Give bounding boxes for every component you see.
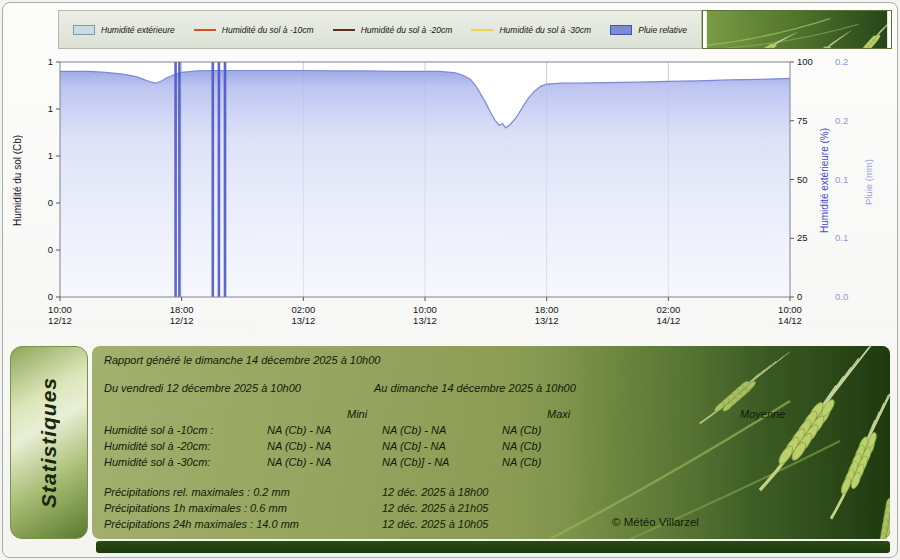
wheat-photo-stats — [490, 346, 890, 539]
svg-text:12/12: 12/12 — [48, 315, 72, 326]
svg-text:50: 50 — [797, 174, 808, 185]
soil-20cm-label: Humidité sol à -20cm: — [104, 440, 210, 452]
svg-text:25: 25 — [797, 232, 808, 243]
svg-text:10:00: 10:00 — [413, 304, 437, 315]
precip-24h-max-label: Précipitations 24h maximales : 14.0 mm — [104, 518, 299, 530]
svg-text:0: 0 — [48, 197, 53, 208]
left-axis-title: Humidité du sol (Cb) — [10, 105, 24, 255]
svg-text:0: 0 — [48, 244, 53, 255]
legend-label: Humidité extérieure — [101, 25, 175, 35]
col-header-mini: Mini — [347, 408, 367, 420]
humidity-area — [60, 71, 790, 298]
legend-item: Humidité du sol à -20cm — [333, 25, 453, 35]
soil-10cm-swatch — [194, 29, 216, 31]
svg-text:0: 0 — [48, 291, 53, 302]
svg-text:13/12: 13/12 — [291, 315, 315, 326]
precip-1h-max-when: 12 déc. 2025 à 21h05 — [382, 502, 488, 514]
rain-swatch — [610, 25, 632, 35]
svg-text:0.0: 0.0 — [835, 291, 848, 302]
soil-20cm-swatch — [333, 29, 355, 31]
legend-label: Humidité du sol à -20cm — [361, 25, 453, 35]
soil-10cm-label: Humidité sol à -10cm : — [104, 424, 213, 436]
statistics-panel: Rapport généré le dimanche 14 décembre 2… — [92, 346, 890, 539]
legend-item: Pluie relative — [610, 25, 687, 35]
soil-30cm-swatch — [471, 29, 493, 31]
col-header-moyenne: Moyenne — [740, 408, 785, 420]
rain-bar — [218, 62, 221, 297]
svg-text:02:00: 02:00 — [656, 304, 680, 315]
svg-text:100: 100 — [797, 56, 813, 67]
statistics-tab-label: Statistiques — [37, 377, 61, 508]
svg-text:10:00: 10:00 — [48, 304, 72, 315]
svg-text:18:00: 18:00 — [535, 304, 559, 315]
wheat-photo-banner — [702, 10, 892, 49]
humidity-axis-ticks: 1007550250 — [790, 56, 813, 302]
rain-bar — [212, 62, 215, 297]
legend-item: Humidité du sol à -30cm — [471, 25, 591, 35]
left-axis-ticks: 111000 — [48, 56, 60, 302]
soil-10cm-maxi: NA (Cb) - NA — [382, 424, 446, 436]
soil-10cm-moyenne: NA (Cb) — [502, 424, 541, 436]
soil-10cm-mini: NA (Cb) - NA — [267, 424, 331, 436]
legend-label: Pluie relative — [638, 25, 687, 35]
report-generated-text: Rapport généré le dimanche 14 décembre 2… — [104, 354, 380, 366]
rain-bar — [174, 62, 177, 297]
svg-text:13/12: 13/12 — [535, 315, 559, 326]
svg-text:14/12: 14/12 — [778, 315, 802, 326]
legend-label: Humidité du sol à -10cm — [222, 25, 314, 35]
soil-30cm-mini: NA (Cb) - NA — [267, 456, 331, 468]
svg-text:13/12: 13/12 — [413, 315, 437, 326]
svg-text:14/12: 14/12 — [656, 315, 680, 326]
svg-text:0.1: 0.1 — [835, 232, 848, 243]
soil-30cm-label: Humidité sol à -30cm: — [104, 456, 210, 468]
soil-20cm-mini: NA (Cb) - NA — [267, 440, 331, 452]
svg-text:12/12: 12/12 — [170, 315, 194, 326]
period-to-text: Au dimanche 14 décembre 2025 à 10h00 — [374, 382, 576, 394]
soil-30cm-moyenne: NA (Cb) — [502, 456, 541, 468]
precip-24h-max-when: 12 déc. 2025 à 10h05 — [382, 518, 488, 530]
soil-20cm-maxi: NA (Cb] - NA — [382, 440, 446, 452]
svg-text:0.1: 0.1 — [835, 174, 848, 185]
chart-legend: Humidité extérieure Humidité du sol à -1… — [58, 10, 702, 49]
svg-text:1: 1 — [48, 56, 53, 67]
svg-text:0: 0 — [797, 291, 802, 302]
svg-text:1: 1 — [48, 103, 53, 114]
svg-text:0.2: 0.2 — [835, 115, 848, 126]
copyright-text: © Météo Villarzel — [612, 516, 699, 528]
svg-text:0.2: 0.2 — [835, 56, 848, 67]
footer-bar — [96, 541, 890, 553]
col-header-maxi: Maxi — [547, 408, 570, 420]
legend-label: Humidité du sol à -30cm — [499, 25, 591, 35]
rain-bar — [224, 62, 227, 297]
x-axis-ticks: 10:0012/1218:0012/1202:0013/1210:0013/12… — [48, 297, 802, 326]
svg-text:18:00: 18:00 — [170, 304, 194, 315]
period-from-text: Du vendredi 12 décembre 2025 à 10h00 — [104, 382, 301, 394]
legend-item: Humidité du sol à -10cm — [194, 25, 314, 35]
svg-text:02:00: 02:00 — [291, 304, 315, 315]
precip-rel-max-when: 12 déc. 2025 à 18h00 — [382, 486, 488, 498]
statistics-tab: Statistiques — [10, 346, 88, 539]
soil-20cm-moyenne: NA (Cb) — [502, 440, 541, 452]
precip-1h-max-label: Précipitations 1h maximales : 0.6 mm — [104, 502, 287, 514]
svg-text:10:00: 10:00 — [778, 304, 802, 315]
svg-text:1: 1 — [48, 150, 53, 161]
exterior-humidity-swatch — [73, 25, 95, 35]
soil-30cm-maxi: NA (Cb)] - NA — [382, 456, 449, 468]
rain-bar — [178, 62, 181, 297]
svg-text:75: 75 — [797, 115, 808, 126]
rain-axis-ticks: 0.20.20.10.10.0 — [835, 56, 848, 302]
legend-item: Humidité extérieure — [73, 25, 175, 35]
humidity-rain-chart: 11100010075502500.20.20.10.10.010:0012/1… — [28, 52, 860, 334]
rain-axis-title: Pluie (mm) — [861, 135, 875, 230]
precip-rel-max-label: Précipitations rel. maximales : 0.2 mm — [104, 486, 290, 498]
